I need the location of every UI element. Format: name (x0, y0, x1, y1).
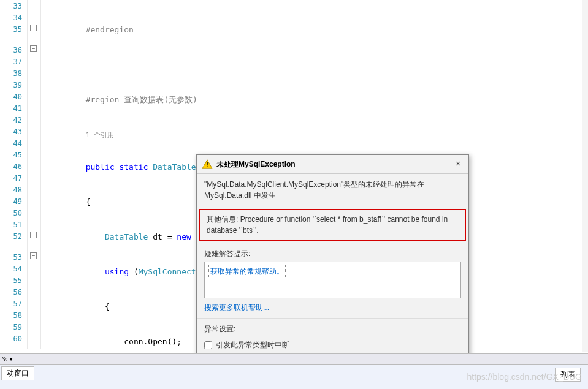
close-button[interactable]: × (452, 159, 464, 170)
panel-tab-list[interactable]: 列表 (555, 368, 581, 382)
fold-toggle-icon[interactable]: − (30, 25, 37, 31)
tips-box[interactable]: 获取异常的常规帮助。 (204, 262, 461, 298)
fold-column: − − − − (28, 0, 41, 349)
line-number-gutter: 33 34 35 36 37 38 39 40 41 42 43 44 45 4… (0, 0, 28, 349)
fold-toggle-icon[interactable]: − (30, 45, 37, 52)
break-on-exception-checkbox[interactable] (204, 341, 212, 349)
popup-header: ! 未处理MySqlException × (197, 155, 468, 174)
warning-icon: ! (202, 159, 213, 170)
editor-status-bar: % ▾ (0, 353, 588, 364)
fold-toggle-icon[interactable]: − (30, 252, 37, 259)
search-online-help-link[interactable]: 搜索更多联机帮助... (204, 303, 269, 312)
vertical-scrollbar[interactable] (582, 0, 588, 352)
exception-description: "MySql.Data.MySqlClient.MySqlException"类… (197, 174, 468, 206)
checkbox-label: 引发此异常类型时中断 (216, 339, 289, 350)
exception-settings-section: 异常设置: 引发此异常类型时中断 (197, 319, 468, 358)
fold-toggle-icon[interactable]: − (30, 232, 37, 238)
exception-extra-info: 其他信息: Procedure or function '`select * f… (199, 209, 466, 241)
troubleshoot-section: 疑难解答提示: 获取异常的常规帮助。 搜索更多联机帮助... (197, 243, 468, 319)
panel-tab-autos[interactable]: 动窗口 (1, 366, 34, 380)
bottom-panel: 动窗口 列表 (0, 364, 588, 389)
general-help-link[interactable]: 获取异常的常规帮助。 (208, 265, 286, 278)
zoom-level[interactable]: % (2, 355, 7, 363)
popup-title: 未处理MySqlException (216, 159, 452, 170)
svg-text:!: ! (206, 161, 208, 168)
dropdown-icon[interactable]: ▾ (9, 355, 13, 363)
